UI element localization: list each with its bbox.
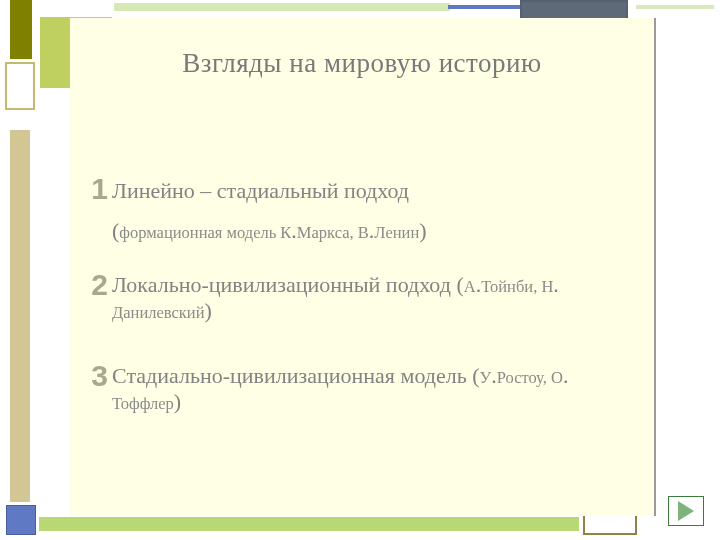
deco-blue-square	[6, 505, 36, 535]
item-number: 1	[84, 172, 108, 206]
item-number: 3	[84, 359, 108, 393]
list-item: 2 Локально-цивилизационный подход (А.Той…	[112, 272, 652, 324]
sub-text: формационная модель К	[119, 223, 291, 242]
chevron-right-icon	[678, 501, 694, 521]
dot: .	[553, 272, 559, 297]
paren-close: )	[205, 298, 212, 323]
paren-open: (	[472, 363, 479, 388]
sub-text: Ленин	[374, 223, 419, 242]
list-item: 1 Линейно – стадиальный подход (формацио…	[112, 176, 652, 246]
item-number: 2	[84, 268, 108, 302]
sub-text: А	[464, 277, 476, 296]
sub-text: Тойнби, Н	[481, 277, 553, 296]
paren-open: (	[456, 272, 463, 297]
next-slide-button[interactable]	[668, 496, 704, 526]
deco-olive-bar	[10, 0, 32, 59]
sub-text: Данилевский	[112, 303, 205, 322]
slide-title: Взгляды на мировую историю	[70, 48, 654, 79]
deco-top-lime	[114, 3, 450, 11]
item-line: Тоффлер)	[112, 389, 652, 415]
item-line: Локально-цивилизационный подход (А.Тойнб…	[112, 272, 652, 298]
dot: .	[563, 363, 569, 388]
paren-close: )	[174, 389, 181, 414]
item-line: Стадиально-цивилизационная модель (У.Рос…	[112, 363, 652, 389]
item-sub: (формационная модель К.Маркса, В.Ленин)	[112, 216, 652, 247]
slide-canvas: Взгляды на мировую историю 1 Линейно – с…	[0, 0, 720, 540]
content-panel: Взгляды на мировую историю 1 Линейно – с…	[70, 18, 656, 516]
deco-top-blue	[448, 5, 520, 9]
item-main: Локально-цивилизационный подход	[112, 272, 456, 297]
sub-text: Маркса, В	[297, 223, 369, 242]
deco-top-right	[636, 5, 714, 9]
sub-text: Тоффлер	[112, 394, 174, 413]
deco-left-outline	[5, 62, 35, 110]
sub-text: Ростоу, О	[497, 368, 563, 387]
deco-left-tall	[10, 130, 30, 502]
item-main: Линейно – стадиальный подход	[112, 176, 652, 206]
list-item: 3 Стадиально-цивилизационная модель (У.Р…	[112, 363, 652, 415]
sub-text: У	[480, 368, 492, 387]
deco-bottom-lime	[39, 517, 579, 531]
item-line: Данилевский)	[112, 298, 652, 324]
paren-close: )	[419, 218, 426, 243]
item-main: Стадиально-цивилизационная модель	[112, 363, 472, 388]
deco-top-dark-box	[520, 0, 628, 20]
